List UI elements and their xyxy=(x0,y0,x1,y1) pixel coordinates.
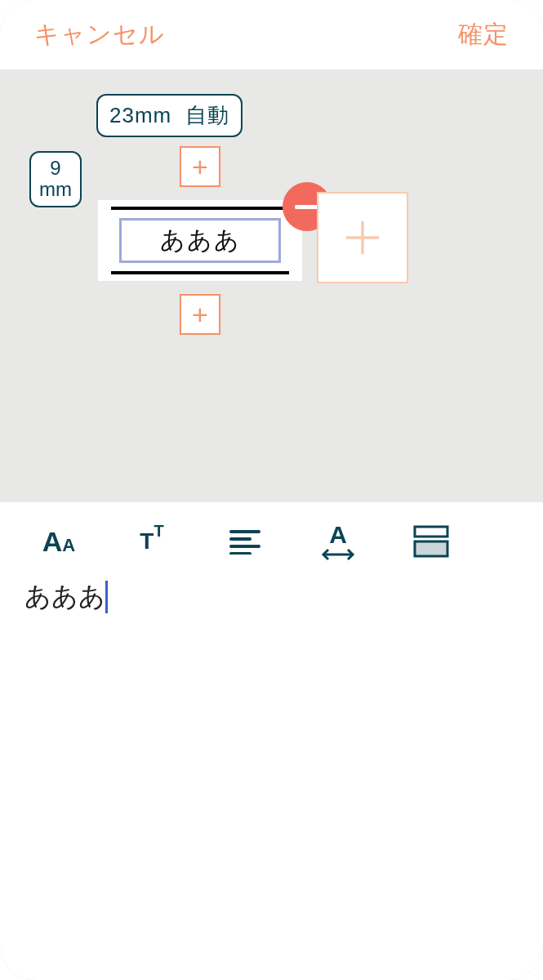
letter-spacing-button[interactable]: A xyxy=(315,519,361,564)
text-align-button[interactable] xyxy=(222,519,268,564)
label-height-value: 9 xyxy=(39,158,72,179)
plus-icon: + xyxy=(192,151,208,183)
font-style-button[interactable]: AA xyxy=(36,519,82,564)
text-size-icon: TT xyxy=(140,528,163,555)
label-editor-stack: + あああ − + xyxy=(98,146,302,335)
label-body[interactable]: あああ − xyxy=(98,200,302,281)
add-row-below-button[interactable]: + xyxy=(180,294,220,335)
plus-icon: + xyxy=(192,299,208,331)
svg-text:A: A xyxy=(329,522,347,548)
align-left-icon xyxy=(229,528,260,555)
text-caret xyxy=(105,581,108,613)
label-preview-canvas: 23mm 自動 9 mm + あああ − + xyxy=(0,69,543,502)
text-input-area[interactable]: あああ xyxy=(0,574,543,620)
text-input-value: あああ xyxy=(24,579,105,615)
add-label-button[interactable] xyxy=(317,192,408,283)
letter-spacing-icon: A xyxy=(320,522,356,561)
svg-rect-9 xyxy=(415,541,447,556)
label-bottom-border xyxy=(111,271,289,274)
header-bar: キャンセル 確定 xyxy=(0,0,543,69)
label-width-mode: 自動 xyxy=(185,103,229,127)
svg-rect-8 xyxy=(415,527,447,537)
confirm-button[interactable]: 確定 xyxy=(458,18,509,51)
layout-icon xyxy=(413,525,449,558)
text-toolbar: AA TT A xyxy=(0,502,543,574)
text-size-button[interactable]: TT xyxy=(129,519,175,564)
font-icon: AA xyxy=(42,526,75,558)
label-height-unit: mm xyxy=(39,179,72,200)
label-height-badge[interactable]: 9 mm xyxy=(29,151,82,207)
label-width-badge[interactable]: 23mm 自動 xyxy=(96,94,243,137)
layout-button[interactable] xyxy=(408,519,454,564)
cancel-button[interactable]: キャンセル xyxy=(34,18,165,51)
app-screen: キャンセル 確定 23mm 自動 9 mm + あああ − xyxy=(0,0,543,980)
label-width-value: 23mm xyxy=(109,103,171,127)
label-top-border xyxy=(111,207,289,210)
plus-large-icon xyxy=(340,216,385,260)
add-row-above-button[interactable]: + xyxy=(180,146,220,187)
label-text-box[interactable]: あああ xyxy=(119,218,281,263)
